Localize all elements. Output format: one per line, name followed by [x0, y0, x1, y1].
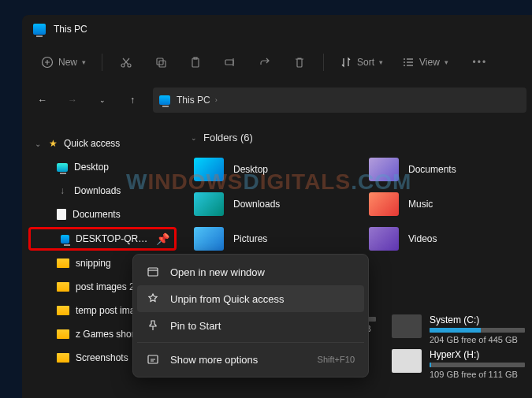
- folder-downloads[interactable]: Downloads: [191, 189, 350, 219]
- star-icon: ★: [49, 138, 58, 149]
- rename-icon: [224, 56, 236, 69]
- window-icon: [147, 266, 159, 278]
- sidebar-item-desktop[interactable]: Desktop: [27, 155, 178, 179]
- share-icon: [259, 56, 271, 69]
- divider: [323, 54, 324, 71]
- pc-icon: [61, 235, 69, 244]
- paste-button[interactable]: [180, 50, 211, 75]
- svg-rect-7: [225, 60, 233, 65]
- command-bar: New ▾ Sort ▾ View ▾ •••: [22, 43, 532, 81]
- this-pc-icon: [33, 24, 46, 35]
- copy-button[interactable]: [145, 50, 177, 75]
- share-button[interactable]: [249, 50, 281, 75]
- back-button[interactable]: ←: [33, 91, 52, 110]
- folder-documents[interactable]: Documents: [366, 154, 525, 184]
- folder-icon: [57, 259, 69, 268]
- chevron-down-icon: ▾: [82, 58, 86, 66]
- folder-desktop[interactable]: Desktop: [191, 154, 350, 184]
- folder-icon: [194, 158, 224, 181]
- more-options-icon: [147, 353, 159, 366]
- divider: [102, 54, 102, 71]
- cut-button[interactable]: [110, 50, 142, 75]
- chevron-right-icon: ›: [215, 96, 218, 104]
- copy-icon: [154, 56, 167, 69]
- menu-open-new-window[interactable]: Open in new window: [137, 259, 364, 285]
- menu-unpin-quick-access[interactable]: Unpin from Quick access: [137, 285, 364, 312]
- document-icon: [57, 209, 66, 220]
- pin-icon: 📌: [156, 232, 169, 245]
- folder-icon: [57, 282, 69, 292]
- folder-icon: [194, 227, 224, 251]
- window-title: This PC: [54, 24, 87, 35]
- scissors-icon: [120, 56, 132, 69]
- svg-rect-4: [159, 61, 166, 67]
- quick-access-root[interactable]: ⌄ ★ Quick access: [27, 132, 178, 155]
- sidebar-item-downloads[interactable]: ↓ Downloads: [27, 179, 178, 203]
- delete-button[interactable]: [284, 50, 315, 75]
- context-menu: Open in new window Unpin from Quick acce…: [132, 254, 369, 378]
- this-pc-icon: [159, 95, 170, 105]
- svg-point-1: [121, 64, 125, 67]
- chevron-down-icon: ⌄: [191, 134, 197, 142]
- folder-pictures[interactable]: Pictures: [191, 224, 350, 254]
- menu-pin-to-start[interactable]: Pin to Start: [137, 312, 364, 339]
- new-button[interactable]: New ▾: [33, 51, 94, 73]
- titlebar: This PC: [22, 15, 532, 43]
- folder-icon: [57, 329, 69, 339]
- more-button[interactable]: •••: [464, 50, 496, 75]
- desktop-icon: [57, 163, 68, 172]
- unpin-icon: [147, 292, 159, 305]
- drive-system-c[interactable]: System (C:) 204 GB free of 445 GB: [392, 314, 525, 344]
- trash-icon: [293, 56, 306, 69]
- drive-hyperx-h[interactable]: HyperX (H:) 109 GB free of 111 GB: [392, 349, 525, 379]
- drive-icon: [392, 349, 422, 373]
- up-button[interactable]: ↑: [123, 91, 142, 110]
- pin-icon: [147, 319, 159, 332]
- folder-icon: [194, 192, 224, 216]
- folder-icon: [369, 227, 399, 251]
- chevron-down-icon: ▾: [445, 58, 448, 66]
- svg-rect-5: [192, 58, 199, 67]
- rename-button[interactable]: [214, 50, 246, 75]
- svg-point-2: [128, 64, 131, 67]
- ellipsis-icon: •••: [473, 57, 488, 68]
- folder-icon: [57, 353, 69, 363]
- menu-divider: [137, 342, 364, 343]
- forward-button[interactable]: →: [63, 91, 82, 110]
- address-row: ← → ⌄ ↑ This PC ›: [22, 81, 532, 119]
- view-icon: [402, 56, 415, 69]
- view-button[interactable]: View ▾: [394, 51, 456, 73]
- folder-icon: [57, 306, 69, 315]
- sort-button[interactable]: Sort ▾: [332, 51, 391, 73]
- folder-music[interactable]: Music: [366, 189, 525, 219]
- chevron-down-icon: ▾: [379, 58, 383, 66]
- download-icon: ↓: [57, 185, 68, 196]
- address-bar[interactable]: This PC ›: [153, 87, 526, 113]
- folder-icon: [369, 192, 399, 216]
- folders-section-header[interactable]: ⌄ Folders (6): [191, 132, 525, 143]
- chevron-down-icon: ⌄: [35, 139, 43, 148]
- windows-drive-icon: [392, 314, 422, 338]
- sort-icon: [340, 56, 352, 69]
- folder-videos[interactable]: Videos: [366, 224, 525, 254]
- sidebar-item-documents[interactable]: Documents: [27, 203, 178, 226]
- recent-button[interactable]: ⌄: [93, 91, 112, 110]
- svg-rect-8: [148, 268, 158, 276]
- folder-icon: [369, 158, 399, 181]
- svg-rect-3: [157, 58, 163, 65]
- menu-show-more[interactable]: Show more options Shift+F10: [137, 346, 364, 373]
- breadcrumb[interactable]: This PC ›: [177, 95, 218, 106]
- sidebar-item-desktop-qrom[interactable]: DESKTOP-QROM50F 📌: [28, 227, 177, 251]
- folder-grid: Desktop Documents Downloads Music Pictur…: [191, 154, 525, 254]
- paste-icon: [189, 56, 202, 69]
- plus-circle-icon: [41, 56, 54, 69]
